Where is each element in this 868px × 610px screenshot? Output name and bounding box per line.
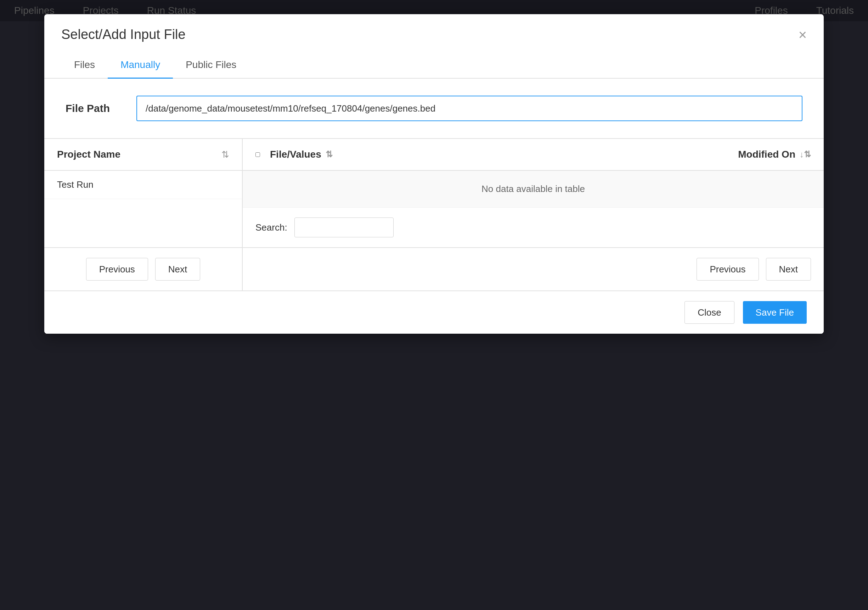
- file-values-sort-icon[interactable]: ⇅: [326, 150, 333, 159]
- content-area: Project Name ⇅ Test Run Previous Next Fi…: [44, 139, 824, 291]
- modified-on-sort-icon[interactable]: ↓⇅: [800, 150, 811, 159]
- tab-files[interactable]: Files: [61, 52, 108, 79]
- no-data-row: No data available in table: [243, 171, 824, 207]
- left-panel-header: Project Name ⇅: [44, 139, 242, 171]
- search-row: Search:: [243, 207, 824, 247]
- save-file-button[interactable]: Save File: [743, 301, 807, 324]
- tab-public-files[interactable]: Public Files: [173, 52, 249, 79]
- file-path-input[interactable]: [136, 96, 803, 121]
- modal-footer: Close Save File: [44, 291, 824, 334]
- modal-header: Select/Add Input File ×: [44, 14, 824, 52]
- right-panel-footer: Previous Next: [243, 247, 824, 291]
- search-label: Search:: [256, 222, 287, 233]
- file-values-label: File/Values: [270, 149, 321, 160]
- project-sort-icon[interactable]: ⇅: [222, 149, 229, 160]
- search-input[interactable]: [294, 217, 394, 237]
- modal-dialog: Select/Add Input File × Files Manually P…: [44, 14, 824, 334]
- modified-on-col-header: Modified On ↓⇅: [676, 149, 811, 160]
- left-panel: Project Name ⇅ Test Run Previous Next: [44, 139, 243, 291]
- left-panel-footer: Previous Next: [44, 247, 242, 291]
- right-next-button[interactable]: Next: [766, 258, 811, 280]
- tab-bar: Files Manually Public Files: [44, 52, 824, 79]
- modal-title: Select/Add Input File: [61, 27, 186, 42]
- tab-manually[interactable]: Manually: [108, 52, 173, 79]
- left-previous-button[interactable]: Previous: [86, 258, 148, 280]
- modified-on-label: Modified On: [738, 149, 795, 160]
- file-path-section: File Path: [44, 79, 824, 139]
- right-panel: File/Values ⇅ Modified On ↓⇅ No data ava…: [243, 139, 824, 291]
- select-all-checkbox[interactable]: [256, 152, 260, 157]
- close-x-button[interactable]: ×: [798, 28, 807, 42]
- modal-overlay: Select/Add Input File × Files Manually P…: [0, 0, 868, 610]
- close-button[interactable]: Close: [685, 301, 734, 324]
- project-list: Test Run: [44, 171, 242, 247]
- project-item[interactable]: Test Run: [44, 171, 242, 199]
- table-header: File/Values ⇅ Modified On ↓⇅: [243, 139, 824, 171]
- file-values-col-header: File/Values ⇅: [270, 149, 676, 160]
- right-previous-button[interactable]: Previous: [696, 258, 758, 280]
- project-name-header: Project Name: [57, 149, 121, 160]
- left-next-button[interactable]: Next: [155, 258, 200, 280]
- file-path-label: File Path: [65, 102, 122, 115]
